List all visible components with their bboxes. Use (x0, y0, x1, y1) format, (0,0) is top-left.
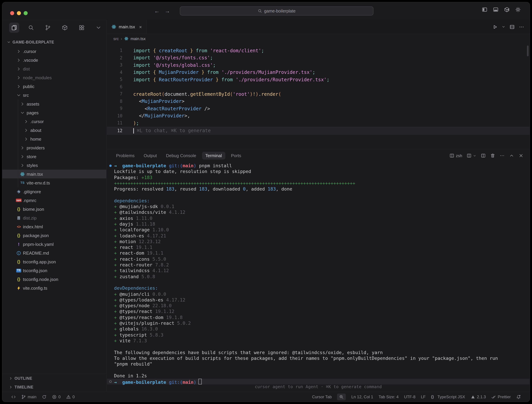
editor-more-icon[interactable] (519, 24, 524, 30)
activity-cube-icon[interactable] (60, 23, 70, 33)
tree-item-providers[interactable]: providers (2, 143, 106, 152)
panel-tab-terminal[interactable]: Terminal (202, 152, 225, 159)
split-editor-icon[interactable] (509, 24, 515, 30)
status-left-0[interactable]: 0 (52, 394, 61, 399)
history-nav: ← → (154, 8, 170, 14)
tree-item-vite-env.d.ts[interactable]: TSvite-env.d.ts (2, 178, 106, 187)
status-right-zoom-in-icon[interactable] (337, 393, 346, 400)
status-right-tab-size-4[interactable]: Tab Size: 4 (379, 394, 399, 399)
panel-tab-problems[interactable]: Problems (116, 153, 135, 158)
close-window-button[interactable] (10, 11, 14, 15)
status-left-sync-icon[interactable] (42, 394, 47, 399)
tree-item-src[interactable]: src (2, 91, 106, 100)
tree-item-vite.config.ts[interactable]: vite.config.ts (2, 284, 106, 292)
code-editor[interactable]: 1import { createRoot } from 'react-dom/c… (107, 43, 530, 149)
tree-item-.cursor[interactable]: .cursor (2, 117, 106, 126)
activity-source-control-icon[interactable] (43, 23, 53, 33)
status-right-ln-12-col-1[interactable]: Ln 12, Col 1 (351, 394, 373, 399)
terminal-line-19: + tailwindcss 4.1.12 (114, 268, 526, 274)
status-right-utf-8[interactable]: UTF-8 (404, 394, 415, 399)
toggle-sidebar-icon[interactable] (482, 7, 488, 13)
tree-item-index.html[interactable]: <>index.html (2, 222, 106, 231)
close-tab-icon[interactable]: × (139, 24, 142, 30)
status-right-lf[interactable]: LF (421, 394, 425, 399)
tree-item-pnpm-lock.yaml[interactable]: !pnpm-lock.yaml (2, 240, 106, 249)
explorer-section-header[interactable]: GAME-BOILERPLATE (2, 38, 106, 46)
layout-cube-icon[interactable] (504, 7, 510, 13)
settings-gear-icon[interactable] (515, 7, 521, 13)
tree-item-public[interactable]: public (2, 82, 106, 91)
activity-search-icon[interactable] (26, 23, 36, 33)
panel-tab-debug-console[interactable]: Debug Console (166, 153, 196, 158)
toggle-panel-icon[interactable] (493, 7, 499, 13)
breadcrumb-folder[interactable]: src (113, 36, 119, 41)
terminal-line-7: dependencies: (114, 198, 526, 204)
outline-section[interactable]: OUTLINE (2, 374, 106, 383)
editor-scrollbar[interactable] (527, 45, 529, 56)
command-center-search[interactable]: game-boilerplate (180, 6, 374, 16)
tree-item-.cursor[interactable]: .cursor (2, 47, 106, 56)
line-number: 12 (107, 128, 122, 133)
tree-item-dist.zip[interactable]: dist.zip (2, 214, 106, 222)
tree-item-package.json[interactable]: {}package.json (2, 231, 106, 240)
tree-item-styles[interactable]: styles (2, 161, 106, 170)
chevron-down-icon (95, 25, 101, 31)
terminal-instance[interactable]: zsh (450, 153, 462, 158)
tree-item-dist[interactable]: dist (2, 64, 106, 73)
panel-tab-ports[interactable]: Ports (231, 153, 241, 158)
tree-item-.vscode[interactable]: .vscode (2, 56, 106, 64)
code-line-10: 10 </MujianProvider>, (107, 112, 530, 119)
status-left-remote-icon[interactable] (11, 394, 16, 399)
panel-more-icon[interactable] (500, 153, 505, 158)
status-right-2-1-3[interactable]: 2.1.3 (470, 394, 486, 399)
forward-button[interactable]: → (165, 8, 170, 14)
tree-item-tsconfig.node.json[interactable]: {}tsconfig.node.json (2, 275, 106, 284)
status-right-bell-icon[interactable] (516, 394, 521, 399)
breadcrumb: src › main.tsx (107, 34, 530, 43)
tree-item-tsconfig.app.json[interactable]: {}tsconfig.app.json (2, 257, 106, 266)
run-button[interactable] (492, 24, 498, 30)
split-terminal-icon[interactable] (481, 153, 486, 158)
search-icon (258, 9, 262, 13)
new-terminal-button[interactable] (467, 153, 476, 158)
status-right-cursor-tab[interactable]: Cursor Tab (312, 394, 332, 399)
kill-terminal-icon[interactable] (490, 153, 495, 158)
activity-chevron-down-icon[interactable] (94, 23, 104, 33)
status-left-0[interactable]: 0 (66, 394, 75, 399)
ts-icon: TS (19, 180, 25, 185)
tree-item-.npmrc[interactable]: npm.npmrc (2, 196, 106, 205)
status-right-prettier[interactable]: Prettier (491, 394, 511, 399)
command-decoration[interactable] (109, 380, 112, 383)
triangle-icon (470, 394, 475, 399)
activity-files-icon[interactable] (9, 23, 19, 33)
maximize-panel-icon[interactable] (509, 153, 514, 158)
command-decoration[interactable] (109, 164, 112, 167)
close-panel-icon[interactable] (519, 153, 524, 158)
timeline-section[interactable]: TIMELINE (2, 383, 106, 391)
status-left-main[interactable]: main (21, 394, 36, 399)
run-dropdown-icon[interactable] (502, 25, 505, 29)
tree-item-store[interactable]: store (2, 152, 106, 161)
tree-item-README.md[interactable]: README.md (2, 249, 106, 257)
tab-main-tsx[interactable]: main.tsx × (107, 20, 146, 34)
tree-item-label: biome.json (23, 207, 44, 212)
tree-item-main.tsx[interactable]: main.tsx (2, 170, 106, 178)
tree-item-pages[interactable]: pages (2, 108, 106, 117)
zoom-window-button[interactable] (24, 11, 28, 15)
tree-item-node_modules[interactable]: node_modules (2, 73, 106, 82)
breadcrumb-file[interactable]: main.tsx (131, 36, 146, 41)
tree-item-tsconfig.json[interactable]: TStsconfig.json (2, 266, 106, 275)
status-right-typescript-jsx[interactable]: {}TypeScript JSX (431, 394, 465, 399)
tree-item-assets[interactable]: assets (2, 100, 106, 108)
tree-item-biome.json[interactable]: {}biome.json (2, 205, 106, 214)
tree-item-about[interactable]: about (2, 126, 106, 135)
activity-extensions-icon[interactable] (76, 23, 87, 33)
panel-tab-output[interactable]: Output (144, 153, 157, 158)
back-button[interactable]: ← (154, 8, 159, 14)
terminal-output[interactable]: → game-boilerplate git:(main) pnpm insta… (107, 162, 530, 385)
editor-area: main.tsx × src › main.tsx 1 (107, 20, 530, 149)
tree-item-.gitignore[interactable]: .gitignore (2, 187, 106, 196)
tree-item-label: .npmrc (23, 198, 36, 203)
tree-item-home[interactable]: home (2, 135, 106, 143)
minimize-window-button[interactable] (17, 11, 21, 15)
